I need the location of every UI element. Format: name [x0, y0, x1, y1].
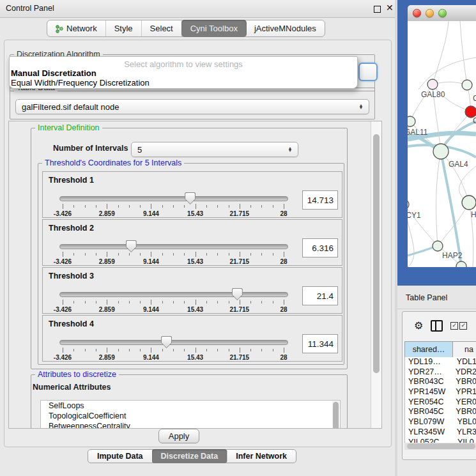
tab-label: Select [150, 24, 173, 33]
table-row[interactable]: YBL079WYBL0 [405, 417, 476, 427]
threshold-value-field[interactable]: 14.713 [302, 190, 338, 210]
tab-discretize-data[interactable]: Discretize Data [152, 449, 228, 463]
cell-name: YBR0 [451, 377, 476, 387]
cell-shared-name: YDR27… [405, 367, 451, 378]
slider-thumb[interactable] [126, 240, 137, 252]
tab-cyni-toolbox[interactable]: Cyni Toolbox [181, 20, 247, 37]
dropdown-option[interactable]: Manual Discretization [11, 68, 356, 78]
attribute-item[interactable]: SelfLoops [41, 401, 340, 411]
GAL11-node[interactable] [408, 116, 415, 127]
cell-name: YLR3 [452, 427, 476, 438]
cell-shared-name: YBR045C [405, 407, 451, 417]
tab-label: jActiveMNodules [254, 24, 316, 33]
threshold-panel: Threshold 3-3.4262.8599.14415.4321.71528… [42, 267, 342, 314]
HAP2-node[interactable] [433, 241, 443, 251]
cell-shared-name: YPR145W [405, 387, 451, 397]
GAL80-node[interactable] [427, 79, 438, 89]
GAL4-node[interactable] [433, 144, 449, 159]
column-header-name[interactable]: na [453, 342, 476, 357]
checkbox-icon[interactable]: ✓ [450, 322, 458, 330]
num-intervals-combo[interactable]: 5 ▲▼ [131, 142, 298, 157]
tab-infer-network[interactable]: Infer Network [227, 450, 296, 463]
table-data-combo[interactable]: galFiltered.sif default node ▲▼ [15, 99, 369, 114]
table-row[interactable]: YBR043CYBR0 [405, 377, 476, 387]
minimize-traffic-light-icon[interactable] [426, 9, 434, 17]
attribute-item[interactable]: BetweennessCentrality [41, 421, 340, 429]
threshold-slider[interactable]: -3.4262.8599.14415.4321.71528 [59, 286, 287, 311]
table-row[interactable]: YER054CYER0 [405, 397, 476, 408]
attributes-list[interactable]: SelfLoopsTopologicalCoefficientBetweenne… [40, 400, 341, 429]
slider-thumb[interactable] [232, 288, 243, 300]
node-label: GAL4 [449, 160, 468, 169]
table-data-group: Table Data galFiltered.sif default node … [10, 88, 375, 119]
close-icon[interactable]: ✕ [386, 3, 394, 13]
settings-scrollpane: Interval Definition Number of Intervals … [8, 121, 382, 429]
node-label: HAP2 [442, 251, 463, 260]
node[interactable] [462, 80, 472, 90]
table-row[interactable]: YDL19…YDL1 [405, 357, 476, 367]
table-panel-titlebar: Table Panel [397, 286, 476, 309]
slider-track [59, 196, 288, 201]
stepper-arrows-icon: ▲▼ [356, 104, 369, 109]
cell-shared-name: YIL052C [405, 438, 453, 443]
node[interactable] [456, 261, 466, 267]
stepper-arrows-icon: ▲▼ [285, 147, 298, 152]
threshold-label: Threshold 2 [49, 224, 94, 233]
vertical-scrollbar[interactable] [371, 121, 381, 428]
node[interactable] [462, 196, 476, 210]
threshold-value-field[interactable]: 21.4 [302, 286, 338, 305]
attributes-scrollbar[interactable] [332, 401, 339, 429]
slider-ticks [63, 348, 284, 353]
threshold-value-field[interactable]: 11.344 [302, 334, 338, 353]
network-window-titlebar[interactable] [408, 5, 476, 22]
cell-name: YPR1 [451, 387, 476, 397]
slider-track [59, 340, 288, 345]
cell-shared-name: YLR345W [405, 427, 452, 438]
cell-name: YER0 [451, 397, 476, 408]
attributes-title: Attributes to discretize [35, 370, 119, 379]
algorithm-combo-focus[interactable] [358, 63, 378, 81]
table-rows[interactable]: YDL19…YDL1YDR27…YDR2YBR043CYBR0YPR145WYP… [404, 357, 476, 443]
GCY1-node[interactable] [408, 199, 409, 210]
nodes[interactable] [408, 79, 476, 267]
table-row[interactable]: YPR145WYPR1 [405, 387, 476, 397]
table-row[interactable]: YLR345WYLR3 [405, 427, 476, 438]
node-label: GAL80 [421, 90, 445, 99]
network-canvas[interactable]: GAL80GACGAL11GAL4GCY1HHAP2 [408, 21, 476, 267]
cell-shared-name: YBL079W [405, 417, 452, 427]
table-row[interactable]: YDR27…YDR2 [405, 367, 476, 378]
cell-shared-name: YBR043C [405, 377, 451, 387]
node-label: GCY1 [408, 211, 421, 220]
threshold-slider[interactable]: -3.4262.8599.14415.4321.71528 [59, 334, 287, 359]
threshold-slider[interactable]: -3.4262.8599.14415.4321.71528 [59, 190, 287, 215]
threshold-value-field[interactable]: 6.316 [302, 238, 338, 257]
panel-title: Control Panel [6, 4, 54, 13]
close-traffic-light-icon[interactable] [413, 9, 421, 17]
numerical-attributes-label: Numerical Attributes [33, 383, 111, 392]
table-row[interactable]: YIL052CYIL0 [405, 438, 476, 443]
tab-select[interactable]: Select [142, 20, 182, 36]
column-header-shared-name[interactable]: shared… [404, 342, 453, 357]
tab-style[interactable]: Style [106, 20, 142, 36]
zoom-traffic-light-icon[interactable] [438, 9, 447, 17]
slider-tick-labels: -3.4262.8599.14415.4321.71528 [63, 354, 284, 361]
apply-button[interactable]: Apply [158, 429, 199, 443]
dropdown-option[interactable]: Equal Width/Frequency Discretization [11, 78, 356, 88]
algorithm-dropdown: Select algorithm to view settings Manual… [9, 56, 358, 89]
table-header-row: shared… na [404, 341, 476, 358]
horizontal-scrollbar[interactable] [404, 443, 476, 450]
cell-name: YDR2 [451, 367, 476, 378]
attribute-item[interactable]: TopologicalCoefficient [41, 411, 340, 421]
tab-impute-data[interactable]: Impute Data [88, 450, 153, 463]
float-icon[interactable] [374, 6, 381, 13]
slider-thumb[interactable] [185, 192, 196, 204]
threshold-slider[interactable]: -3.4262.8599.14415.4321.71528 [59, 238, 287, 263]
slider-thumb[interactable] [161, 336, 172, 348]
tab-network[interactable]: Network [47, 20, 106, 36]
gear-icon[interactable]: ⚙ [414, 321, 423, 331]
tab-jactivemnodules[interactable]: jActiveMNodules [246, 20, 325, 36]
cell-name: YDL1 [452, 357, 476, 367]
table-row[interactable]: YBR045CYBR0 [405, 407, 476, 417]
columns-icon[interactable] [431, 320, 443, 332]
checkbox-icon[interactable]: ✓ [459, 322, 467, 330]
